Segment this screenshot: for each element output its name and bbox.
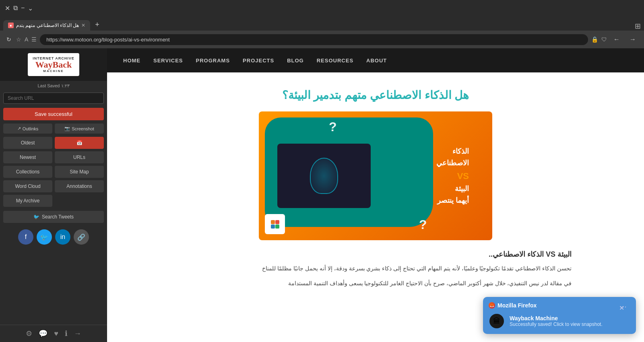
last-saved-label: Last Saved ۱:۲۳ (0, 81, 107, 91)
translate-icon[interactable]: A (25, 36, 28, 43)
outlinks-button[interactable]: ↗ Outlinks (3, 124, 52, 134)
tab-bar: ■ هل الذكاء الاصطناعي متهم يتدم ✕ + ⊞ (0, 16, 644, 31)
reload-button[interactable]: ↻ (5, 35, 13, 44)
firefox-notification[interactable]: 🦊 Mozilla Firefox … ✕ 🏛 Wayback Machine … (483, 297, 636, 334)
shield-icon: 🛡 (601, 36, 607, 43)
annotations-button[interactable]: Annotations (55, 180, 104, 192)
nav-services[interactable]: SERVICES (153, 58, 183, 64)
wayback-machine-icon: 🏛 (489, 314, 504, 328)
new-tab-button[interactable]: + (92, 19, 103, 31)
article-body-2: في مقالة لدر نيس التنفيذي، خلال شهر أكتو… (180, 278, 572, 288)
ff-text-content: Wayback Machine Successfully saved! Clic… (510, 315, 603, 327)
nav-projects[interactable]: PROJECTS (243, 58, 274, 64)
my-archive-button[interactable]: My Archive (3, 195, 52, 207)
urls-button[interactable]: URLs (55, 151, 104, 163)
copy-link-button[interactable]: 🔗 (74, 229, 89, 245)
bookmark-icon[interactable]: ☆ (16, 36, 21, 43)
twitter-icon: 🐦 (33, 214, 39, 220)
active-tab[interactable]: ■ هل الذكاء الاصطناعي متهم يتدم ✕ (3, 20, 90, 31)
forward-button[interactable]: → (626, 34, 639, 45)
lock-icon: 🔒 (591, 36, 598, 43)
article-content: هل الذكاء الاصطناعي متهم بتدمير البيئة؟ … (107, 72, 644, 309)
sidebar-logo: INTERNET ARCHIVE WayBack Machine (0, 48, 107, 81)
close-button[interactable]: ✕ (5, 4, 10, 12)
titlebar: ✕ ⧉ − ⌄ (0, 0, 644, 16)
address-bar: ↻ ☆ A ☰ 🔒 🛡 ← → (0, 31, 644, 48)
oldest-button[interactable]: Oldest (3, 137, 52, 149)
nav-blog[interactable]: BLOG (287, 58, 304, 64)
question-mark-bottom: ? (419, 217, 427, 232)
ff-close-button[interactable]: ✕ (619, 304, 624, 312)
linkedin-share-button[interactable]: in (55, 229, 70, 245)
nav-about[interactable]: ABOUT (366, 58, 387, 64)
article-body-1: تحسن الذكاء الاصطناعي تقدمًا تكنولوجيًا … (180, 264, 572, 274)
article-subtitle: البيئة VS الذكاء الاصطناعي.. (180, 250, 572, 259)
ff-body: 🏛 Wayback Machine Successfully saved! Cl… (489, 314, 603, 328)
word-cloud-button[interactable]: Word Cloud (3, 180, 52, 192)
settings-icon[interactable]: ⚙ (26, 329, 32, 338)
article-title: هل الذكاء الاصطناعي متهم بتدمير البيئة؟ (180, 89, 572, 102)
calendar-button[interactable]: 📅 (55, 137, 104, 149)
address-input[interactable] (40, 34, 588, 45)
social-row: f 🐦 in 🔗 (0, 226, 107, 248)
screenshot-icon: 📷 (64, 126, 70, 131)
login-icon[interactable]: → (74, 329, 81, 338)
heart-icon[interactable]: ♥ (54, 329, 58, 338)
ff-app-name: Mozilla Firefox (497, 302, 537, 309)
logo-main-text: WayBack (33, 60, 74, 69)
ff-notification-message: Successfully saved! Click to view snapsh… (510, 321, 603, 327)
article-image-container: ? ? الذكاءالاصطناعيVSالبيئةأيهما ينتصر (180, 111, 572, 240)
minimize-button[interactable]: − (21, 4, 25, 12)
outlinks-icon: ↗ (17, 126, 21, 131)
tab-close-button[interactable]: ✕ (81, 23, 85, 28)
dark-inner-box (277, 144, 371, 208)
article-image: ? ? الذكاءالاصطناعيVSالبيئةأيهما ينتصر (259, 111, 492, 240)
firefox-logo-icon: 🦊 (489, 302, 495, 309)
info-icon[interactable]: ℹ (65, 329, 68, 338)
copy-button[interactable]: ⧉ (13, 4, 18, 12)
site-map-button[interactable]: Site Map (55, 166, 104, 178)
chat-icon[interactable]: 💬 (39, 329, 47, 338)
sidebar: INTERNET ARCHIVE WayBack Machine Last Sa… (0, 48, 107, 342)
screenshot-button[interactable]: 📷 Screenshot (55, 124, 104, 134)
button-grid: Oldest 📅 Newest URLs Collections Site Ma… (0, 137, 107, 209)
question-mark-top: ? (329, 119, 337, 134)
back-button[interactable]: ← (610, 34, 623, 45)
facebook-share-button[interactable]: f (18, 229, 33, 245)
outlinks-row: ↗ Outlinks 📷 Screenshot (0, 124, 107, 137)
glow-hand-visual (310, 158, 338, 194)
ff-header: 🦊 Mozilla Firefox … ✕ (489, 301, 628, 309)
nav-home[interactable]: HOME (123, 58, 140, 64)
tab-favicon: ■ (8, 23, 14, 28)
reader-icon[interactable]: ☰ (31, 36, 37, 43)
newest-button[interactable]: Newest (3, 151, 52, 163)
image-arabic-text: الذكاءالاصطناعيVSالبيئةأيهما ينتصر (436, 146, 469, 206)
ff-notification-title: Wayback Machine (510, 315, 603, 321)
dropdown-button[interactable]: ⌄ (28, 4, 33, 12)
search-url-input[interactable] (3, 93, 104, 104)
tab-list-button[interactable]: ⊞ (635, 22, 641, 31)
collections-button[interactable]: Collections (3, 166, 52, 178)
nav-programs[interactable]: PROGRAMS (196, 58, 230, 64)
search-tweets-button[interactable]: 🐦 Search Tweets (3, 211, 104, 223)
site-nav: HOME SERVICES PROGRAMS PROJECTS BLOG RES… (107, 48, 644, 72)
tab-title: هل الذكاء الاصطناعي متهم يتدم (16, 23, 79, 28)
twitter-share-button[interactable]: 🐦 (37, 229, 52, 245)
bottom-icons: ⚙ 💬 ♥ ℹ → (0, 325, 107, 342)
logo-sub-text: Machine (33, 69, 74, 73)
motoon-logo (265, 214, 285, 234)
save-button[interactable]: Save successful (3, 108, 104, 120)
nav-resources[interactable]: RESOURCES (317, 58, 353, 64)
